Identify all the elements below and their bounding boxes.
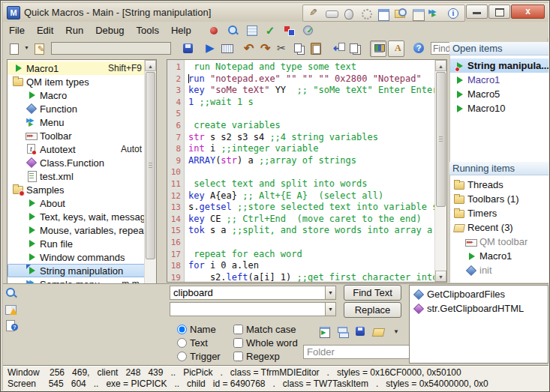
compile-icon[interactable] (283, 24, 296, 37)
find-dropdown-button[interactable]: ▼ (325, 286, 336, 300)
tree-item-text-keys-wait-messages[interactable]: Text, keys, wait, messages (8, 210, 145, 223)
checkbox-input-match-case[interactable] (233, 325, 243, 334)
code-editor[interactable]: 1 run Notepad and type some text2run "no… (167, 59, 447, 283)
result-item-getclipboardfiles[interactable]: GetClipboardFiles (410, 287, 548, 301)
checkbox-input-regexp[interactable] (233, 352, 243, 361)
text-view-toggle-button[interactable] (388, 40, 404, 57)
checkbox-whole-word[interactable]: Whole word (233, 337, 298, 349)
tree-item-macro[interactable]: Macro (8, 88, 145, 102)
find-input[interactable] (170, 286, 325, 300)
radio-trigger[interactable]: Trigger (177, 351, 221, 362)
scroll-up-button[interactable]: ▲ (435, 60, 446, 71)
replace-button[interactable]: Replace (344, 302, 401, 318)
running-item-toolbars-1[interactable]: Toolbars (1) (450, 192, 548, 206)
window-icon[interactable] (375, 7, 392, 19)
menu-edit[interactable]: Edit (31, 23, 59, 37)
running-item-init[interactable]: init (450, 263, 548, 277)
code-line[interactable]: 7str s s2 s3 s4 ;;4 string variables (167, 132, 435, 144)
code-line[interactable]: 13s.getsel ;;store selected text into va… (167, 202, 435, 214)
running-item-qm-toolbar[interactable]: QM toolbar (450, 235, 548, 249)
tree-item-run-file[interactable]: Run file (8, 237, 145, 250)
spinner-icon[interactable] (358, 7, 375, 19)
open-item-string-manipula[interactable]: String manipula... (450, 58, 548, 73)
result-item-str-getclipboardhtml[interactable]: str.GetClipboardHTML (410, 301, 548, 316)
magnifier-icon[interactable] (5, 286, 18, 301)
checkbox-regexp[interactable]: Regexp (233, 351, 280, 362)
paste-icon[interactable] (308, 41, 323, 56)
window-run-icon[interactable] (318, 325, 331, 337)
running-item-recent-3[interactable]: Recent (3) (450, 220, 548, 235)
code-line[interactable]: 19 s2.left(a[i] 1) ;;get first character… (167, 272, 435, 282)
record-keys-icon[interactable] (220, 41, 235, 56)
new-file-icon[interactable] (7, 41, 22, 56)
code-line[interactable]: 12key A{ea} ;; Alt+{E A} (select all) (167, 190, 435, 202)
minimize-button[interactable] (466, 4, 488, 19)
tree-item-toolbar[interactable]: Toolbar (8, 129, 145, 142)
pen-icon[interactable] (306, 7, 323, 19)
close-button[interactable]: x (511, 4, 545, 19)
replace-dropdown-button[interactable]: ▼ (325, 302, 336, 316)
windows-tile-icon[interactable] (336, 325, 349, 337)
name-field[interactable] (51, 42, 171, 55)
tree-item-macro1[interactable]: Macro1Shift+F9 (8, 61, 145, 75)
code-line[interactable]: 18for i 0 a.len (167, 260, 435, 272)
running-item-macro1[interactable]: Macro1 (450, 249, 548, 263)
code-line[interactable]: 2run "notepad.exe" "" "" "" 0x2800 "Note… (167, 73, 435, 85)
running-item-threads[interactable]: Threads (450, 178, 548, 192)
code-line[interactable]: 17 repeat for each word (167, 249, 435, 261)
copy-icon[interactable] (292, 41, 307, 56)
dialog-editor-icon[interactable] (245, 24, 258, 37)
dialog-icon[interactable] (410, 7, 427, 19)
save-icon[interactable] (354, 325, 367, 337)
code-line[interactable]: 1 run Notepad and type some text (167, 61, 435, 73)
code-line[interactable]: 8int i ;;integer variable (167, 143, 435, 155)
tree-vscroll-thumb[interactable] (146, 72, 155, 259)
images-view-toggle-button[interactable] (370, 40, 386, 57)
code-line[interactable]: 5 (167, 108, 435, 120)
info-icon[interactable] (444, 7, 461, 19)
menu-run[interactable]: Run (59, 23, 89, 37)
keyboard-icon[interactable] (323, 7, 341, 19)
radio-input-text[interactable] (177, 338, 187, 348)
record-icon[interactable] (208, 24, 221, 37)
menu-file[interactable]: File (3, 23, 31, 37)
find-window-icon[interactable] (392, 7, 410, 19)
tree-item-test-xml[interactable]: test.xml (8, 169, 145, 183)
run-icon[interactable] (203, 41, 218, 56)
menu-help[interactable]: Help (165, 23, 197, 37)
scroll-up-button[interactable]: ▲ (145, 60, 156, 71)
tree-item-autotext[interactable]: AutotextAutot (8, 142, 145, 156)
code-line[interactable]: 10 (167, 166, 435, 178)
running-item-timers[interactable]: Timers (450, 206, 548, 220)
doc-question-icon[interactable] (5, 319, 18, 334)
dropdown-icon[interactable] (390, 325, 403, 337)
radio-input-name[interactable] (177, 325, 187, 334)
radio-input-trigger[interactable] (177, 352, 187, 361)
scroll-down-button[interactable]: ▼ (435, 271, 446, 282)
code-line[interactable]: 9ARRAY(str) a ;;array of strings (167, 155, 435, 167)
tree-item-about[interactable]: About (8, 196, 145, 210)
tree-item-string-manipulation[interactable]: String manipulation (8, 264, 145, 277)
make-exe-icon[interactable] (302, 24, 314, 37)
editor-vscroll-thumb[interactable] (436, 72, 446, 207)
code-line[interactable]: 41 ;;wait 1 s (167, 97, 435, 109)
tree-item-function[interactable]: Function (8, 102, 145, 115)
tree-item-samples[interactable]: Samples (8, 183, 145, 196)
menu-tools[interactable]: Tools (131, 23, 165, 37)
find-text-button[interactable]: Find Text (344, 285, 401, 301)
code-area[interactable]: 1 run Notepad and type some text2run "no… (167, 61, 435, 282)
code-line[interactable]: 14key CE ;; Ctrl+End (move caret to the … (167, 214, 435, 226)
code-line[interactable]: 15tok s a ;;split, and store words into … (167, 225, 435, 237)
menu-icon[interactable] (427, 7, 444, 19)
radio-name[interactable]: Name (177, 324, 216, 335)
open-item-macro5[interactable]: Macro5 (450, 87, 548, 101)
checkbox-input-whole-word[interactable] (233, 338, 243, 348)
properties-icon[interactable] (32, 41, 47, 56)
code-line[interactable]: 6 create variables (167, 120, 435, 132)
editor-vertical-scrollbar[interactable]: ▲ ▼ (434, 60, 446, 282)
maximize-button[interactable] (488, 4, 510, 19)
menu-debug[interactable]: Debug (89, 23, 130, 37)
cut-icon[interactable] (275, 41, 290, 56)
window-list-icon[interactable] (347, 41, 362, 56)
open-folder-icon[interactable] (372, 325, 385, 337)
